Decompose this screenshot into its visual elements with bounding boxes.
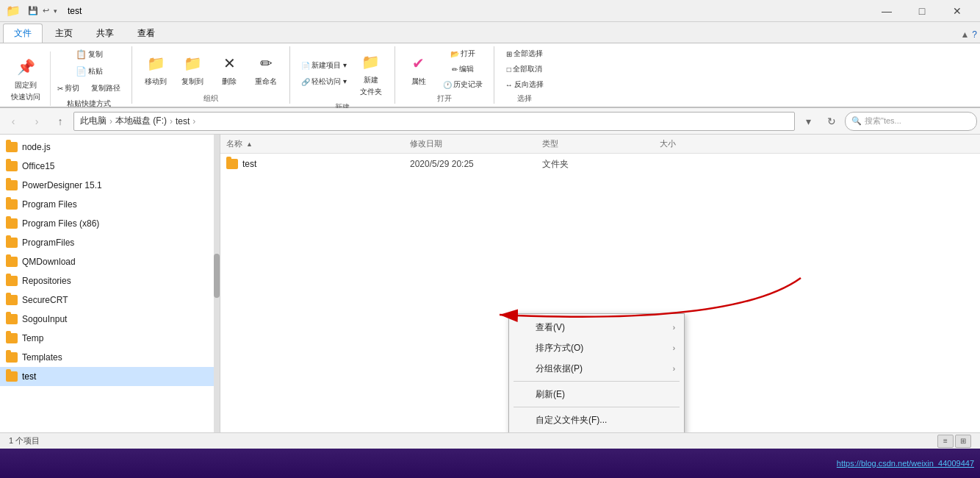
pin-button[interactable]: 📌 固定到快速访问 (6, 51, 46, 106)
delete-button[interactable]: ✕ 删除 (212, 48, 247, 90)
back-button[interactable]: ‹ (3, 111, 24, 132)
copy-to-button[interactable]: 📁 复制到 (175, 48, 210, 90)
minimize-button[interactable]: — (870, 0, 904, 22)
tab-share[interactable]: 共享 (85, 24, 125, 43)
ctx-separator-2 (514, 407, 680, 407)
path-sep-3: › (192, 116, 195, 126)
folder-icon (6, 295, 18, 305)
sidebar-item-test[interactable]: test (0, 367, 220, 386)
quick-dropdown-icon[interactable]: ▾ (54, 7, 57, 15)
ctx-item-refresh[interactable]: 刷新(E) (509, 384, 684, 404)
paste-button[interactable]: 📄 粘贴 (52, 63, 126, 79)
move-icon: 📁 (144, 51, 167, 75)
sidebar-item-program-files-x86[interactable]: Program Files (x86) (0, 214, 220, 233)
sidebar-item-powerdesigner[interactable]: PowerDesigner 15.1 (0, 176, 220, 195)
col-header-type[interactable]: 类型 (542, 138, 660, 149)
close-button[interactable]: ✕ (940, 0, 974, 22)
sidebar-item-securecrt[interactable]: SecureCRT (0, 290, 220, 310)
help-icon[interactable]: ? (972, 29, 977, 40)
move-to-button[interactable]: 📁 移动到 (138, 48, 173, 90)
select-all-button[interactable]: ⊞全部选择 (500, 46, 549, 61)
folder-icon (6, 352, 18, 363)
grid-view-button[interactable]: ⊞ (955, 435, 971, 448)
ribbon-group-organize: 📁 移动到 📁 复制到 ✕ 删除 ✏ 重命名 (132, 46, 290, 104)
easy-access-button[interactable]: 🔗轻松访问 ▾ (296, 74, 352, 89)
copy-to-icon: 📁 (181, 51, 204, 75)
sidebar-item-repositories[interactable]: Repositories (0, 271, 220, 290)
folder-icon (6, 238, 18, 248)
col-header-size[interactable]: 大小 (660, 138, 733, 149)
sidebar-item-temp[interactable]: Temp (0, 329, 220, 348)
taskbar-link[interactable]: https://blog.csdn.net/weixin_44009447 (837, 459, 974, 468)
copy-button[interactable]: 📋 复制 (52, 46, 126, 63)
row-name: test (226, 159, 410, 169)
refresh-icon (518, 388, 530, 400)
open-label: 打开 (437, 93, 452, 104)
sidebar: node.js Office15 PowerDesigner 15.1 Prog… (0, 135, 220, 432)
ribbon-group-open: ✔ 属性 📂打开 ✏编辑 🕐历史记录 (395, 46, 494, 104)
ctx-item-customize[interactable]: 自定义文件夹(F)... (509, 410, 684, 430)
sidebar-item-templates[interactable]: Templates (0, 348, 220, 367)
sidebar-item-office15[interactable]: Office15 (0, 157, 220, 176)
path-sep-2: › (170, 116, 173, 126)
folder-icon (6, 276, 18, 286)
submenu-arrow: › (673, 344, 675, 352)
path-part-computer[interactable]: 此电脑 (80, 115, 107, 127)
ctx-item-view[interactable]: 查看(V) › (509, 317, 684, 338)
new-item-button[interactable]: 📄新建项目 ▾ (296, 58, 352, 73)
sidebar-scrollbar[interactable] (214, 135, 220, 432)
properties-button[interactable]: ✔ 属性 (401, 48, 436, 90)
dropdown-button[interactable]: ▾ (798, 111, 818, 132)
path-part-drive[interactable]: 本地磁盘 (F:) (115, 115, 167, 127)
view-icon (518, 321, 530, 333)
ctx-item-sort[interactable]: 排序方式(O) › (509, 338, 684, 358)
maximize-button[interactable]: □ (905, 0, 939, 22)
row-type: 文件夹 (542, 158, 660, 171)
sidebar-item-sogousinput[interactable]: SogouInput (0, 310, 220, 329)
list-view-button[interactable]: ≡ (937, 435, 954, 448)
sidebar-scroll-thumb[interactable] (214, 254, 220, 298)
sort-icon (518, 342, 530, 354)
sidebar-item-nodejs[interactable]: node.js (0, 138, 220, 157)
row-date: 2020/5/29 20:25 (410, 159, 542, 169)
tab-file[interactable]: 文件 (3, 24, 43, 43)
sidebar-item-qmdownload[interactable]: QMDownload (0, 252, 220, 271)
select-label: 选择 (517, 93, 532, 104)
copy-path-button[interactable]: 复制路径 (86, 81, 126, 96)
forward-button[interactable]: › (26, 111, 47, 132)
open-button[interactable]: 📂打开 (438, 46, 488, 61)
edit-button[interactable]: ✏编辑 (438, 62, 488, 76)
address-path[interactable]: 此电脑 › 本地磁盘 (F:) › test › (73, 112, 795, 131)
refresh-button[interactable]: ↻ (821, 111, 842, 132)
rename-button[interactable]: ✏ 重命名 (248, 48, 284, 90)
new-folder-button[interactable]: 📁 新建 文件夹 (353, 46, 389, 101)
cut-button[interactable]: ✂ 剪切 (52, 81, 84, 96)
sidebar-item-programfiles[interactable]: ProgramFiles (0, 233, 220, 252)
path-part-folder[interactable]: test (176, 116, 190, 126)
table-row[interactable]: test 2020/5/29 20:25 文件夹 (220, 154, 980, 174)
up-button[interactable]: ↑ (50, 111, 71, 132)
quick-save-icon[interactable]: 💾 (28, 6, 38, 15)
folder-icon (6, 161, 18, 171)
tab-view[interactable]: 查看 (126, 24, 166, 43)
sort-arrow: ▲ (246, 140, 253, 148)
invert-select-button[interactable]: ↔反向选择 (500, 77, 549, 92)
tab-home[interactable]: 主页 (44, 24, 84, 43)
ribbon-collapse-icon[interactable]: ▲ (960, 29, 969, 40)
content-area: 名称 ▲ 修改日期 类型 大小 test 2020/5/29 20:25 文件夹 (220, 135, 980, 432)
ribbon-tabs: 文件 主页 共享 查看 ▲ ? (0, 22, 980, 43)
title-bar-left: 📁 💾 ↩ ▾ test (6, 4, 82, 18)
group-icon (518, 363, 530, 374)
history-button[interactable]: 🕐历史记录 (438, 77, 488, 92)
copy-icon: 📋 (75, 49, 87, 60)
col-header-name[interactable]: 名称 ▲ (226, 138, 410, 149)
select-none-button[interactable]: □全部取消 (500, 62, 549, 76)
search-box[interactable]: 🔍 搜索"tes... (845, 112, 977, 131)
sidebar-item-program-files[interactable]: Program Files (0, 195, 220, 214)
col-header-date[interactable]: 修改日期 (410, 138, 542, 149)
properties-icon: ✔ (407, 51, 430, 75)
ctx-item-group[interactable]: 分组依据(P) › (509, 358, 684, 379)
select-items: ⊞全部选择 □全部取消 ↔反向选择 (500, 46, 549, 92)
status-bar: 1 个项目 ≡ ⊞ (0, 432, 980, 449)
quick-undo-icon[interactable]: ↩ (43, 6, 49, 15)
